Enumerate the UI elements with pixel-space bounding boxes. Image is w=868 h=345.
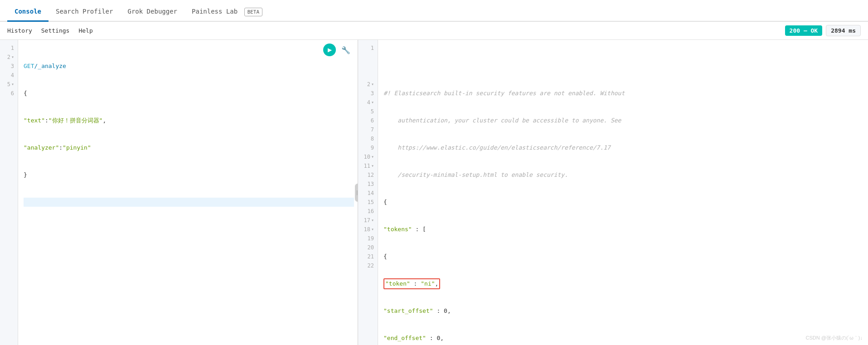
output-line-5: "token" : "ni", [383,279,864,288]
output-line-1c: https://www.elastic.co/guide/en/elastics… [383,143,864,152]
run-button[interactable]: ▶ [323,44,336,56]
tab-console[interactable]: Console [7,2,48,22]
status-badge: 200 – OK [785,25,823,36]
help-button[interactable]: Help [78,27,92,34]
output-content: ✕ #! Elasticsearch built-in security fea… [378,40,868,345]
main-content: 1 2▾ 3 4 5▾ 6 GET /_analyze { "text":"你好… [0,40,868,345]
editor-line-1: GET /_analyze [24,62,354,71]
editor-actions: ▶ 🔧 [323,44,352,56]
editor-line-5: } [24,170,354,180]
top-nav: Console Search Profiler Grok Debugger Pa… [0,0,868,22]
output-line-6: "start_offset" : 0, [383,306,864,316]
editor-line-4: "analyzer":"pinyin" [24,143,354,152]
editor-line-2: { [24,89,354,98]
tab-grok-debugger[interactable]: Grok Debugger [120,2,184,22]
history-button[interactable]: History [7,27,32,34]
editor-line-3: "text":"你好！拼音分词器", [24,116,354,125]
editor-pane: 1 2▾ 3 4 5▾ 6 GET /_analyze { "text":"你好… [0,40,358,345]
drag-handle[interactable]: ‖ [355,184,358,202]
tab-search-profiler[interactable]: Search Profiler [48,2,120,22]
tab-painless-lab[interactable]: Painless Lab BETA [184,2,270,22]
output-line-1d: /security-minimal-setup.html to enable s… [383,170,864,180]
output-area[interactable]: 1 2▾ 3 4▾ 5 6 7 8 9 10▾ 11▾ 12 13 14 15 … [358,40,868,345]
toolbar: History Settings Help 200 – OK 2894 ms [0,22,868,40]
output-line-3: "tokens" : [ [383,225,864,234]
watermark: CSDN @张小猿の(´ω｀)↓ [806,335,863,341]
time-badge: 2894 ms [826,25,861,36]
code-editor[interactable]: 1 2▾ 3 4 5▾ 6 GET /_analyze { "text":"你好… [0,40,358,345]
beta-badge: BETA [244,8,263,16]
editor-code-content[interactable]: GET /_analyze { "text":"你好！拼音分词器", "anal… [18,40,358,345]
wrench-button[interactable]: 🔧 [339,44,352,56]
editor-line-6 [24,198,354,207]
output-pane: 1 2▾ 3 4▾ 5 6 7 8 9 10▾ 11▾ 12 13 14 15 … [358,40,868,345]
output-line-numbers: 1 2▾ 3 4▾ 5 6 7 8 9 10▾ 11▾ 12 13 14 15 … [358,40,378,345]
output-line-1b: authentication, your cluster could be ac… [383,116,864,125]
output-line-7: "end_offset" : 0, [383,334,864,343]
output-line-2: { [383,198,864,207]
output-line-1: #! Elasticsearch built-in security featu… [383,89,864,98]
settings-button[interactable]: Settings [41,27,70,34]
editor-line-numbers: 1 2▾ 3 4 5▾ 6 [0,40,18,345]
output-line-4: { [383,252,864,261]
